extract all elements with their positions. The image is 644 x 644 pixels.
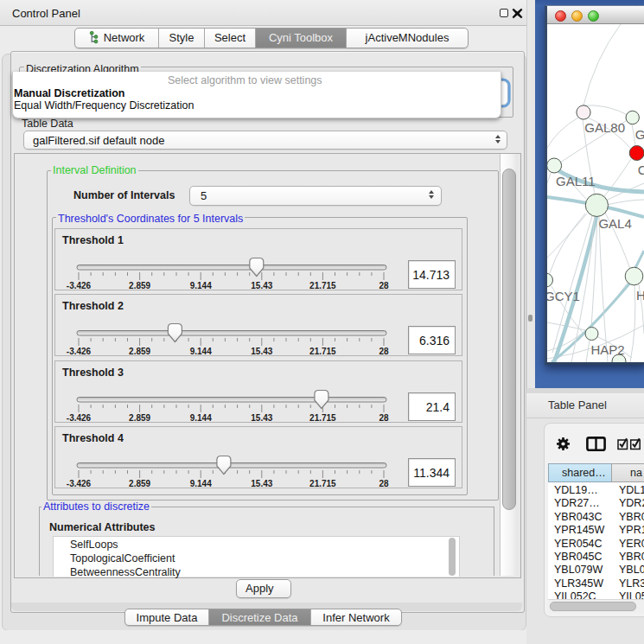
svg-text:21.715: 21.715: [309, 347, 336, 356]
svg-text:28: 28: [379, 413, 389, 423]
svg-text:15.43: 15.43: [251, 479, 272, 488]
svg-text:9.144: 9.144: [190, 413, 212, 423]
svg-text:HAP2: HAP2: [591, 342, 625, 357]
svg-text:28: 28: [379, 347, 389, 356]
svg-text:GAL80: GAL80: [584, 120, 625, 135]
svg-text:H: H: [636, 288, 644, 303]
svg-text:-3.426: -3.426: [67, 281, 92, 290]
svg-text:21.715: 21.715: [309, 281, 336, 290]
svg-text:2.859: 2.859: [129, 413, 150, 423]
svg-text:GAL11: GAL11: [556, 174, 596, 188]
svg-text:21.715: 21.715: [309, 413, 336, 423]
svg-text:-3.426: -3.426: [67, 413, 92, 423]
svg-text:15.43: 15.43: [251, 347, 272, 356]
svg-text:15.43: 15.43: [251, 281, 272, 290]
svg-text:C: C: [638, 163, 644, 177]
svg-text:GA: GA: [635, 127, 644, 142]
svg-text:-3.426: -3.426: [67, 479, 92, 488]
svg-text:2.859: 2.859: [129, 281, 150, 290]
svg-text:9.144: 9.144: [190, 479, 212, 488]
svg-text:21.715: 21.715: [309, 479, 336, 488]
svg-text:9.144: 9.144: [190, 347, 212, 356]
svg-text:2.859: 2.859: [129, 479, 150, 488]
svg-text:GCY1: GCY1: [547, 289, 580, 303]
svg-text:9.144: 9.144: [190, 281, 212, 290]
svg-text:2.859: 2.859: [129, 347, 150, 356]
svg-text:15.43: 15.43: [251, 413, 272, 423]
svg-text:28: 28: [379, 479, 389, 488]
svg-text:28: 28: [379, 281, 389, 290]
svg-text:-3.426: -3.426: [67, 347, 92, 356]
svg-text:GAL4: GAL4: [598, 216, 631, 231]
